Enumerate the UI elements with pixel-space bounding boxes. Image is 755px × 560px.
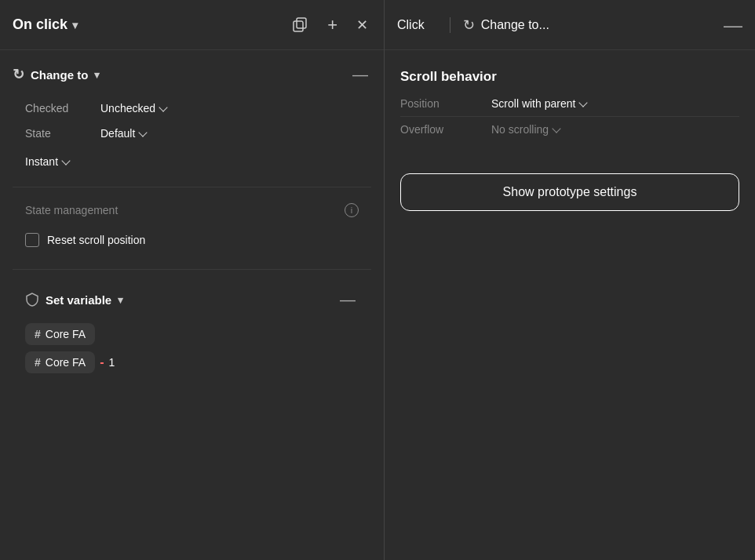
overflow-value: No scrolling	[491, 123, 549, 136]
state-label: State	[25, 127, 88, 140]
left-panel: On click ▾ + ✕	[0, 0, 385, 560]
right-tabs: Click ↻ Change to...	[397, 16, 549, 34]
set-variable-label: Set variable	[46, 293, 111, 307]
instant-row: Instant	[13, 149, 371, 174]
change-to-chevron[interactable]: ▾	[94, 69, 100, 81]
left-content: ↻ Change to ▾ — Checked Unchecked	[0, 50, 384, 395]
overflow-field-row: Overflow No scrolling	[400, 117, 739, 142]
set-variable-remove-button[interactable]: —	[337, 292, 359, 307]
variable-expression-name: Core FA	[46, 356, 86, 369]
close-icon: ✕	[356, 16, 368, 34]
click-tab[interactable]: Click	[397, 18, 437, 32]
position-label: Position	[400, 97, 479, 110]
add-icon: +	[327, 15, 337, 35]
right-content: Scroll behavior Position Scroll with par…	[385, 50, 755, 249]
change-to-title: ↻ Change to ▾	[13, 66, 100, 83]
reset-scroll-label: Reset scroll position	[47, 234, 145, 246]
variable-tag-1[interactable]: # Core FA	[25, 323, 95, 345]
state-value: Default	[100, 127, 135, 140]
show-prototype-button[interactable]: Show prototype settings	[400, 173, 739, 211]
variable-expression-row: # Core FA - 1	[25, 351, 115, 373]
minus-icon: —	[352, 66, 368, 83]
scroll-behavior-title: Scroll behavior	[400, 69, 739, 85]
svg-rect-1	[297, 18, 306, 28]
refresh-icon: ↻	[13, 66, 24, 83]
scroll-behavior-section: Scroll behavior Position Scroll with par…	[400, 69, 739, 142]
hash-icon-1: #	[35, 328, 41, 340]
checked-label: Checked	[25, 102, 88, 115]
add-button[interactable]: +	[324, 12, 341, 38]
info-icon[interactable]: i	[345, 203, 359, 217]
divider-2	[13, 269, 371, 270]
state-arrow	[139, 128, 148, 136]
reset-scroll-row: Reset scroll position	[13, 230, 371, 250]
change-to-header: ↻ Change to ▾ —	[13, 66, 371, 83]
position-value: Scroll with parent	[491, 97, 575, 110]
instant-label: Instant	[25, 155, 58, 168]
instant-dropdown[interactable]: Instant	[25, 155, 69, 168]
instant-arrow	[61, 156, 70, 165]
svg-rect-0	[294, 21, 303, 31]
change-to-label: Change to	[31, 68, 88, 82]
right-minus-icon: —	[724, 14, 742, 35]
overflow-label: Overflow	[400, 123, 479, 136]
on-click-title: On click ▾	[13, 16, 283, 33]
set-variable-chevron[interactable]: ▾	[118, 294, 123, 306]
set-variable-section: Set variable ▾ — # Core FA # Cor	[13, 289, 371, 380]
expression-value: 1	[108, 356, 115, 369]
right-panel: Click ↻ Change to... — Scroll behavior P…	[385, 0, 755, 560]
set-variable-header: Set variable ▾ —	[13, 289, 371, 311]
state-management-section: State management i Reset scroll position	[13, 200, 371, 256]
change-to-section: ↻ Change to ▾ — Checked Unchecked	[13, 66, 371, 174]
state-management-label: State management	[25, 204, 118, 216]
overflow-dropdown[interactable]: No scrolling	[491, 123, 560, 136]
right-minus-button[interactable]: —	[724, 14, 742, 36]
state-management-row: State management i	[13, 200, 371, 220]
minus-operator: -	[100, 355, 104, 369]
position-arrow	[579, 98, 588, 107]
checked-field-row: Checked Unchecked	[13, 96, 371, 121]
shield-icon	[25, 293, 39, 307]
change-to-remove-button[interactable]: —	[349, 67, 371, 82]
hash-icon-2: #	[35, 356, 41, 369]
unchecked-value: Unchecked	[100, 102, 155, 115]
right-header: Click ↻ Change to... —	[385, 0, 755, 50]
on-click-label: On click	[13, 16, 67, 33]
state-field-row: State Default	[13, 121, 371, 146]
set-variable-title: Set variable ▾	[25, 293, 123, 307]
position-field-row: Position Scroll with parent	[400, 91, 739, 116]
reset-scroll-checkbox[interactable]	[25, 233, 39, 247]
duplicate-icon	[293, 17, 308, 33]
unchecked-arrow	[159, 103, 167, 111]
on-click-chevron[interactable]: ▾	[72, 19, 78, 31]
overflow-arrow	[552, 124, 560, 133]
change-to-refresh-icon: ↻	[463, 16, 475, 34]
tab-divider	[450, 17, 450, 33]
variable-name-1: Core FA	[46, 328, 86, 340]
change-to-tab[interactable]: ↻ Change to...	[463, 16, 549, 34]
variable-expression-tag[interactable]: # Core FA	[25, 351, 95, 373]
divider-1	[13, 187, 371, 187]
change-to-tab-label: Change to...	[481, 18, 549, 32]
close-button[interactable]: ✕	[353, 13, 371, 37]
position-dropdown[interactable]: Scroll with parent	[491, 97, 586, 110]
header-icons: + ✕	[290, 12, 371, 38]
state-dropdown[interactable]: Default	[100, 127, 146, 140]
unchecked-dropdown[interactable]: Unchecked	[100, 102, 166, 115]
left-header: On click ▾ + ✕	[0, 0, 384, 50]
set-variable-minus-icon: —	[340, 291, 356, 308]
duplicate-button[interactable]	[290, 14, 312, 36]
